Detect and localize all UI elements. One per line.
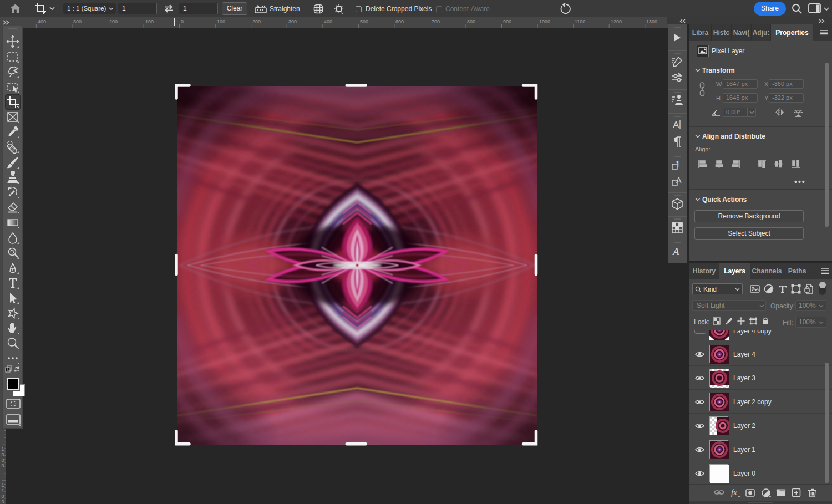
svg-text:¶: ¶	[676, 159, 680, 167]
svg-text:A: A	[676, 176, 682, 185]
svg-text:A: A	[672, 246, 679, 257]
svg-text:A: A	[673, 120, 679, 130]
svg-text:fx: fx	[731, 488, 737, 497]
